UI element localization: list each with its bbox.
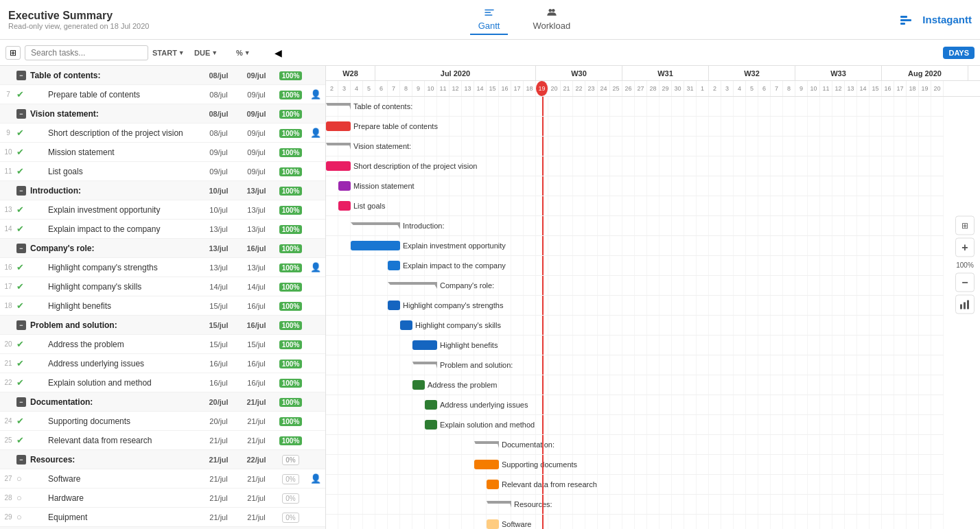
user-btn[interactable]: 👤 bbox=[306, 473, 325, 484]
tab-gantt[interactable]: Gantt bbox=[470, 4, 509, 35]
gantt-cell bbox=[548, 196, 561, 215]
gantt-cell bbox=[610, 117, 622, 136]
gantt-bar-label: Highlight benefits bbox=[440, 341, 498, 349]
gantt-cell bbox=[338, 236, 351, 255]
gantt-cell bbox=[820, 415, 832, 434]
gantt-cell bbox=[771, 117, 783, 136]
gantt-cell bbox=[561, 176, 573, 196]
user-btn[interactable]: 👤 bbox=[306, 262, 325, 272]
gantt-cell bbox=[462, 455, 474, 474]
collapse-expand-btn[interactable]: ⊞ bbox=[5, 46, 21, 60]
group-expand[interactable]: − bbox=[16, 397, 27, 407]
gantt-cell bbox=[585, 336, 598, 355]
row-pct: 100% bbox=[275, 71, 306, 80]
gantt-cell bbox=[894, 435, 907, 454]
gantt-cell bbox=[931, 355, 944, 375]
gantt-cell bbox=[771, 395, 783, 414]
filter-btn[interactable]: ⊞ bbox=[955, 215, 975, 235]
gantt-cell bbox=[660, 455, 672, 474]
check-todo-icon: ○ bbox=[16, 493, 22, 503]
gantt-cell bbox=[721, 355, 734, 375]
gantt-cell bbox=[746, 475, 758, 494]
today-line bbox=[542, 355, 544, 375]
pct-badge: 100% bbox=[279, 187, 303, 196]
gantt-cell bbox=[758, 475, 771, 494]
gantt-bar-label: Explain investment opportunity bbox=[403, 242, 506, 250]
gantt-cell bbox=[808, 395, 820, 414]
gantt-cell bbox=[400, 355, 412, 375]
gantt-month-cell: W34 bbox=[968, 66, 980, 80]
gantt-cell bbox=[351, 495, 363, 514]
row-due: 16/jul bbox=[237, 379, 275, 387]
gantt-day-cell: 5 bbox=[363, 81, 375, 96]
gantt-cell bbox=[931, 455, 944, 474]
search-input[interactable] bbox=[25, 45, 148, 60]
group-expand[interactable]: − bbox=[16, 320, 27, 330]
user-btn[interactable]: 👤 bbox=[306, 128, 325, 138]
gantt-cell bbox=[573, 196, 585, 215]
gantt-cell bbox=[561, 97, 573, 116]
gantt-cell bbox=[375, 256, 388, 275]
gantt-cell bbox=[882, 355, 894, 375]
gantt-cell bbox=[375, 435, 388, 454]
gantt-cell bbox=[684, 216, 697, 235]
gantt-cell bbox=[635, 455, 647, 474]
pct-badge: 0% bbox=[282, 513, 299, 523]
pct-badge: 100% bbox=[279, 417, 303, 426]
gantt-cell bbox=[907, 156, 919, 176]
gantt-cell bbox=[783, 415, 795, 434]
row-num: 10 bbox=[0, 148, 16, 156]
gantt-cell bbox=[388, 475, 400, 494]
row-num: 25 bbox=[0, 436, 16, 444]
user-btn[interactable]: 👤 bbox=[306, 89, 325, 99]
gantt-cell bbox=[808, 435, 820, 454]
gantt-cell bbox=[351, 515, 363, 529]
gantt-cell bbox=[635, 156, 647, 176]
gantt-cell bbox=[882, 316, 894, 335]
gantt-cell bbox=[771, 216, 783, 235]
gantt-cell bbox=[450, 117, 462, 136]
gantt-cell bbox=[931, 196, 944, 215]
row-due: 21/jul bbox=[237, 475, 275, 483]
gantt-cell bbox=[721, 475, 734, 494]
gantt-cell bbox=[375, 316, 388, 335]
zoom-in-btn[interactable]: + bbox=[955, 237, 975, 257]
zoom-out-btn[interactable]: − bbox=[955, 272, 975, 292]
gantt-cell bbox=[845, 415, 857, 434]
gantt-day-cell: 25 bbox=[610, 81, 622, 96]
gantt-cell bbox=[907, 316, 919, 335]
gantt-cell bbox=[894, 375, 907, 395]
gantt-cell bbox=[882, 395, 894, 414]
gantt-cell bbox=[585, 435, 598, 454]
check-done-icon: ✔ bbox=[16, 301, 24, 311]
days-btn[interactable]: DAYS bbox=[943, 47, 975, 59]
gantt-cell bbox=[697, 375, 709, 395]
group-expand[interactable]: − bbox=[16, 244, 27, 253]
group-expand[interactable]: − bbox=[16, 186, 27, 196]
group-expand[interactable]: − bbox=[16, 109, 27, 119]
gantt-cell bbox=[400, 455, 412, 474]
gantt-cell bbox=[870, 316, 882, 335]
gantt-bar bbox=[412, 340, 437, 350]
gantt-cell bbox=[672, 435, 684, 454]
gantt-cell bbox=[585, 395, 598, 414]
task-check: ✔ bbox=[16, 262, 29, 272]
gantt-cell bbox=[660, 176, 672, 196]
back-btn[interactable]: ◀ bbox=[271, 46, 285, 60]
gantt-cell bbox=[672, 395, 684, 414]
chart-btn[interactable] bbox=[955, 294, 975, 314]
pct-badge: 100% bbox=[279, 360, 303, 368]
gantt-cell bbox=[931, 216, 944, 235]
check-done-icon: ✔ bbox=[16, 281, 24, 292]
gantt-cell bbox=[474, 475, 487, 494]
right-panel[interactable]: W28Jul 2020W30W31W32W33Aug 2020W34234567… bbox=[326, 66, 980, 529]
gantt-cell bbox=[425, 495, 437, 514]
group-expand[interactable]: − bbox=[16, 71, 27, 80]
gantt-cell bbox=[622, 196, 635, 215]
gantt-cell bbox=[931, 415, 944, 434]
gantt-cell bbox=[931, 435, 944, 454]
gantt-row: Relevant data from research bbox=[326, 475, 944, 495]
gantt-cell bbox=[487, 117, 499, 136]
group-expand[interactable]: − bbox=[16, 455, 27, 465]
tab-workload[interactable]: Workload bbox=[524, 4, 579, 35]
